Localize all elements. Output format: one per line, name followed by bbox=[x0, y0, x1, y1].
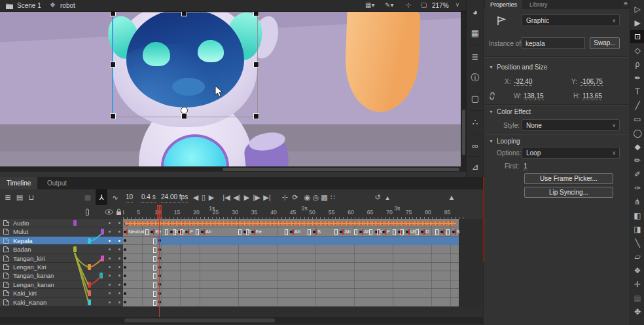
layer-parent-swatch[interactable] bbox=[88, 290, 91, 296]
stage-horizontal-scrollbar[interactable] bbox=[0, 166, 466, 172]
y-value[interactable]: -106,75 bbox=[581, 78, 603, 86]
zoom-in-frames-button[interactable]: ▲ bbox=[446, 189, 457, 205]
layer-lock-dot[interactable] bbox=[118, 275, 120, 277]
span-end-marker[interactable] bbox=[180, 229, 183, 235]
free-transform-tool[interactable]: ⊡ bbox=[630, 30, 644, 43]
ink-bottle-tool[interactable]: ◨ bbox=[630, 223, 644, 236]
use-frame-picker-button[interactable]: Use Frame Picker... bbox=[524, 173, 613, 184]
layer-parent-swatch[interactable] bbox=[73, 246, 77, 252]
layer-frames-span[interactable] bbox=[123, 219, 459, 227]
span-end-marker[interactable] bbox=[153, 256, 156, 262]
tab-library[interactable]: Library bbox=[524, 0, 553, 9]
swap-button[interactable]: Swap... bbox=[590, 37, 620, 49]
new-folder-button[interactable]: ▤ bbox=[14, 189, 25, 205]
parent-column-icon[interactable] bbox=[85, 208, 90, 216]
keyframe-dot[interactable] bbox=[124, 301, 126, 303]
span-end-marker[interactable] bbox=[153, 239, 156, 244]
layer-parent-swatch[interactable] bbox=[88, 299, 91, 305]
layer-frames-span[interactable] bbox=[123, 280, 459, 289]
transform-handle-top-left[interactable] bbox=[110, 11, 116, 16]
span-end-marker[interactable] bbox=[153, 282, 156, 288]
center-frame-button[interactable]: ⊹ bbox=[280, 189, 289, 205]
transform-handle-mid-left[interactable] bbox=[110, 62, 116, 67]
layer-lock-dot[interactable] bbox=[118, 301, 120, 303]
selection-bounding-box[interactable] bbox=[112, 12, 258, 117]
pen-tool[interactable]: ✒ bbox=[630, 71, 644, 85]
color-panel-icon[interactable]: ◕ bbox=[467, 4, 484, 21]
selected-frames-highlight[interactable] bbox=[156, 237, 459, 245]
layer-frames-span[interactable] bbox=[123, 254, 459, 263]
layer-name-cell-kaki_kiri[interactable]: Kaki_kiri bbox=[0, 289, 123, 297]
timeline-ruler[interactable]: 1s2s3s 151015202530354045505560657075808… bbox=[123, 205, 483, 220]
layer-name-cell-audio[interactable]: Audio bbox=[0, 219, 123, 227]
breadcrumb-scene[interactable]: Scene 1 bbox=[17, 1, 41, 10]
span-end-marker[interactable] bbox=[435, 229, 438, 235]
cc-libraries-panel-icon[interactable]: ∞ bbox=[467, 138, 484, 155]
clip-content-icon[interactable]: ▢ bbox=[421, 1, 427, 10]
next-frame-button[interactable]: |▶ bbox=[251, 189, 262, 205]
first-frame-value[interactable]: 1 bbox=[524, 162, 528, 170]
span-end-marker[interactable] bbox=[153, 265, 156, 271]
layer-frames-span[interactable] bbox=[123, 245, 459, 254]
eraser-tool[interactable]: ▱ bbox=[630, 250, 644, 263]
playhead-mark-button[interactable]: ▯ bbox=[200, 189, 207, 205]
transform-point[interactable] bbox=[181, 107, 188, 114]
subselection-tool[interactable]: ▶ bbox=[630, 16, 644, 29]
layer-parent-swatch[interactable] bbox=[88, 264, 91, 270]
layer-visibility-dot[interactable] bbox=[109, 284, 111, 286]
layer-lock-dot[interactable] bbox=[118, 248, 120, 250]
layer-name-cell-mulut[interactable]: Mulut bbox=[0, 227, 123, 236]
zoom-chevron-icon[interactable]: ∨ bbox=[456, 1, 459, 10]
play-button[interactable]: ▶ bbox=[242, 189, 251, 205]
frame-rate-value[interactable]: 24.00 fps bbox=[161, 192, 188, 203]
span-end-marker[interactable] bbox=[393, 229, 396, 235]
clapperboard-menu-icon[interactable]: ▦▾ bbox=[365, 1, 374, 10]
layer-parent-swatch[interactable] bbox=[101, 229, 104, 235]
rectangle-tool[interactable]: ▭ bbox=[630, 113, 644, 126]
playhead-line[interactable] bbox=[159, 205, 160, 317]
tab-output[interactable]: Output bbox=[41, 177, 73, 189]
center-stage-icon[interactable]: ⊹ bbox=[406, 1, 411, 10]
motion-graph-button[interactable]: ∿ bbox=[110, 189, 120, 205]
layer-lock-dot[interactable] bbox=[118, 240, 120, 242]
lock-column-icon[interactable] bbox=[116, 208, 122, 216]
layer-name-cell-tangan_kiri[interactable]: Tangan_kiri bbox=[0, 254, 123, 263]
step-back-button[interactable]: ◀ bbox=[192, 189, 200, 205]
panel-menu-icon[interactable]: ≡ bbox=[624, 0, 628, 7]
oval-tool[interactable]: ◯ bbox=[630, 126, 644, 140]
layer-visibility-dot[interactable] bbox=[109, 275, 111, 277]
span-end-marker[interactable] bbox=[238, 229, 241, 235]
show-hide-column-icon[interactable] bbox=[105, 209, 113, 215]
modify-markers-button[interactable]: ∷ bbox=[329, 189, 337, 205]
transform-handle-bottom-right[interactable] bbox=[253, 113, 259, 119]
first-frame-button[interactable]: |◀ bbox=[221, 189, 232, 205]
layer-visibility-dot[interactable] bbox=[109, 301, 111, 303]
step-forward-button[interactable]: ▶ bbox=[207, 189, 215, 205]
span-end-marker[interactable] bbox=[416, 229, 419, 235]
lasso-tool[interactable]: ρ bbox=[630, 58, 644, 71]
span-end-marker[interactable] bbox=[446, 229, 450, 235]
layer-visibility-dot[interactable] bbox=[109, 248, 111, 250]
span-end-marker[interactable] bbox=[369, 229, 372, 235]
position-section-triangle[interactable]: ▼ bbox=[489, 65, 493, 69]
keyframe-dot[interactable] bbox=[124, 283, 126, 286]
motion-editor-panel-icon[interactable]: ⊿ bbox=[467, 159, 484, 176]
layer-lock-dot[interactable] bbox=[118, 231, 120, 233]
span-end-marker[interactable] bbox=[153, 300, 156, 306]
transform-panel-icon[interactable]: ▢ bbox=[467, 90, 484, 107]
link-width-height-icon[interactable] bbox=[488, 92, 497, 100]
layer-visibility-dot[interactable] bbox=[109, 222, 111, 224]
span-end-marker[interactable] bbox=[246, 229, 249, 235]
breadcrumb-symbol[interactable]: robot bbox=[60, 1, 75, 10]
span-end-marker[interactable] bbox=[401, 229, 404, 235]
edit-multiple-frames-button[interactable]: ▩ bbox=[320, 189, 329, 205]
layer-name-cell-lengan_kanan[interactable]: Lengan_kanan bbox=[0, 280, 123, 289]
orange-prop-shape[interactable] bbox=[344, 11, 421, 113]
timeline-horizontal-scrollbar[interactable] bbox=[0, 317, 483, 324]
layer-name-cell-tangan_kanan[interactable]: Tangan_kanan bbox=[0, 271, 123, 280]
new-layer-button[interactable]: ⊞ bbox=[3, 189, 13, 205]
align-panel-icon[interactable]: ≣ bbox=[467, 48, 484, 66]
span-end-marker[interactable] bbox=[145, 229, 149, 235]
color-section-triangle[interactable]: ▼ bbox=[489, 109, 493, 114]
transform-handle-top-center[interactable] bbox=[181, 11, 187, 16]
